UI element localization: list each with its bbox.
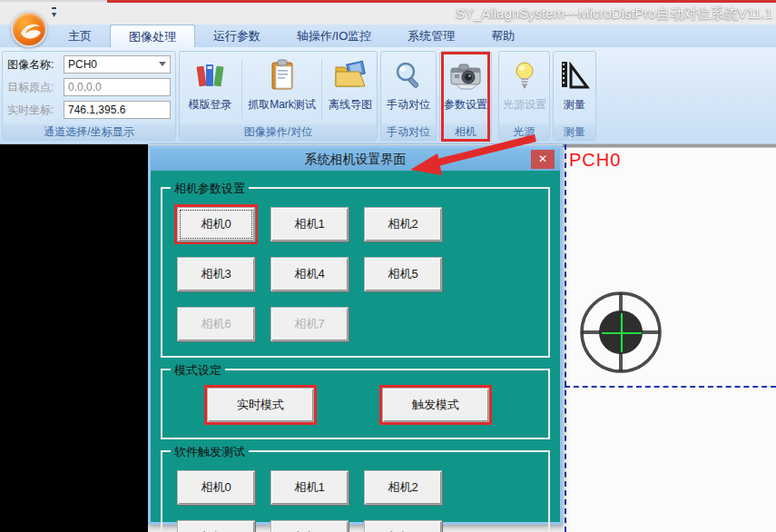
trigger-mode-button[interactable]: 触发模式 xyxy=(382,388,489,422)
param-camera4-button[interactable]: 相机4 xyxy=(270,257,349,291)
param-camera7-button: 相机7 xyxy=(270,307,349,341)
manual-align-label: 手动对位 xyxy=(387,97,430,113)
group-manual-align: 手动对位 手动对位 xyxy=(380,51,437,141)
ruler-triangle-icon xyxy=(558,55,591,95)
viewport-dashed-hline xyxy=(565,386,776,388)
logo-swirl-icon xyxy=(16,16,45,45)
ribbon-separator xyxy=(241,59,242,119)
group-label-channel: 通道选择/坐标显示 xyxy=(3,124,175,140)
window-title: SY_AliagnSystem---MicroDistPro自动对位系统V11.… xyxy=(456,5,772,23)
trigger-camera3-button[interactable]: 相机3 xyxy=(177,520,255,532)
light-bulb-icon xyxy=(511,55,538,95)
realtime-coord-field[interactable]: 746.1,395.6 xyxy=(64,101,171,119)
ribbon: 图像名称: PCH0 目标原点: 0.0,0.0 实时坐标: 746.1,395… xyxy=(0,47,776,144)
realtime-coord-row: 实时坐标: 746.1,395.6 xyxy=(7,100,171,120)
grab-mark-test-label: 抓取Mark测试 xyxy=(248,97,316,113)
realtime-mode-button[interactable]: 实时模式 xyxy=(207,388,314,422)
measure-button[interactable]: 测量 xyxy=(547,55,602,124)
param-setting-label: 参数设置 xyxy=(444,97,487,113)
dialog-body: 相机参数设置 相机0 相机1 相机2 相机3 相机4 相机5 相机6 相机7 模… xyxy=(151,171,560,532)
param-camera3-button[interactable]: 相机3 xyxy=(177,257,255,291)
tab-home[interactable]: 主页 xyxy=(50,25,110,47)
light-setting-button[interactable]: 光源设置 xyxy=(496,55,554,124)
param-camera6-button: 相机6 xyxy=(177,307,255,341)
image-name-label: 图像名称: xyxy=(7,57,64,73)
trigger-camera0-button[interactable]: 相机0 xyxy=(177,470,255,505)
param-camera5-button[interactable]: 相机5 xyxy=(364,257,442,291)
manual-align-button[interactable]: 手动对位 xyxy=(381,55,436,124)
group-label-image-ops: 图像操作/对位 xyxy=(180,124,377,140)
group-label-manual-align: 手动对位 xyxy=(381,124,436,140)
camera0-selected-highlight: 相机0 xyxy=(174,204,258,244)
realtime-coord-value: 746.1,395.6 xyxy=(68,103,125,116)
tab-image-processing[interactable]: 图像处理 xyxy=(110,25,195,47)
realtime-mode-highlight: 实时模式 xyxy=(204,385,317,425)
combo-dropdown-icon[interactable] xyxy=(159,62,166,66)
trigger-camera1-button[interactable]: 相机1 xyxy=(270,470,349,505)
group-label-camera: 相机 xyxy=(440,124,491,140)
viewport-dashed-vline xyxy=(565,144,566,532)
template-login-button[interactable]: 模版登录 xyxy=(180,55,241,124)
camera-viewport[interactable]: PCH0 xyxy=(563,144,776,532)
param-camera0-button[interactable]: 相机0 xyxy=(177,207,255,241)
image-name-value: PCH0 xyxy=(68,58,97,71)
soft-trigger-group-label: 软件触发测试 xyxy=(171,444,249,460)
viewport-channel-label: PCH0 xyxy=(569,150,621,171)
offline-map-button[interactable]: 离线导图 xyxy=(323,55,378,124)
titlebar-gray-line xyxy=(0,0,107,2)
param-setting-button[interactable]: 参数设置 xyxy=(436,55,496,124)
trigger-camera5-button[interactable]: 相机5 xyxy=(364,520,442,532)
target-origin-label: 目标原点: xyxy=(7,80,64,95)
param-camera2-button[interactable]: 相机2 xyxy=(364,207,442,241)
target-origin-value: 0.0,0.0 xyxy=(68,81,102,94)
app-logo[interactable] xyxy=(11,11,47,47)
viewport-top-strip xyxy=(563,144,776,148)
tab-run-params[interactable]: 运行参数 xyxy=(195,25,279,47)
trigger-camera4-button[interactable]: 相机4 xyxy=(270,520,349,532)
clipboard-icon xyxy=(267,55,298,95)
soft-trigger-group: 软件触发测试 相机0 相机1 相机2 相机3 相机4 相机5 相机6 相机7 xyxy=(161,450,550,532)
realtime-coord-label: 实时坐标: xyxy=(7,103,64,118)
tab-help[interactable]: 帮助 xyxy=(473,25,533,47)
image-name-row: 图像名称: PCH0 xyxy=(7,54,171,74)
param-camera1-button[interactable]: 相机1 xyxy=(270,207,349,241)
target-origin-field[interactable]: 0.0,0.0 xyxy=(64,78,171,96)
group-camera: 参数设置 相机 xyxy=(439,51,492,141)
menu-tab-bar: 主页 图像处理 运行参数 轴操作/IO监控 系统管理 帮助 xyxy=(0,25,776,47)
group-channel-select: 图像名称: PCH0 目标原点: 0.0,0.0 实时坐标: 746.1,395… xyxy=(2,51,176,141)
tab-system-manage[interactable]: 系统管理 xyxy=(389,25,473,47)
target-origin-row: 目标原点: 0.0,0.0 xyxy=(7,77,171,97)
fiducial-mark xyxy=(578,290,665,377)
camera-settings-dialog: 系统相机设置界面 ✕ 相机参数设置 相机0 相机1 相机2 相机3 相机4 相机… xyxy=(148,145,563,525)
ribbon-separator xyxy=(321,59,322,119)
camera-param-group: 相机参数设置 相机0 相机1 相机2 相机3 相机4 相机5 相机6 相机7 xyxy=(161,187,550,358)
trigger-mode-highlight: 触发模式 xyxy=(379,385,492,425)
magnifier-icon xyxy=(393,55,424,95)
camera-icon xyxy=(448,55,483,95)
measure-label: 测量 xyxy=(564,97,585,113)
light-setting-label: 光源设置 xyxy=(503,97,546,113)
close-button[interactable]: ✕ xyxy=(531,150,555,169)
dialog-title: 系统相机设置界面 xyxy=(151,148,560,171)
template-login-label: 模版登录 xyxy=(189,97,232,113)
group-label-measure: 测量 xyxy=(554,124,595,140)
group-measure: 测量 测量 xyxy=(553,51,596,141)
tab-axis-io-monitor[interactable]: 轴操作/IO监控 xyxy=(279,25,389,47)
offline-map-label: 离线导图 xyxy=(329,97,372,113)
image-name-combo[interactable]: PCH0 xyxy=(64,55,171,74)
app-window: SY_AliagnSystem---MicroDistPro自动对位系统V11.… xyxy=(0,0,776,532)
quick-access-dropdown-icon[interactable]: ▾ xyxy=(52,7,56,19)
dialog-titlebar[interactable]: 系统相机设置界面 ✕ xyxy=(151,148,560,171)
titlebar-red-line xyxy=(107,0,776,3)
group-image-ops: 模版登录 抓取Mark测试 xyxy=(179,51,378,141)
mode-group: 模式设定 实时模式 触发模式 xyxy=(161,369,550,439)
group-label-light: 光源 xyxy=(499,124,549,140)
image-display-area[interactable] xyxy=(0,144,148,532)
camera-param-group-label: 相机参数设置 xyxy=(171,181,249,197)
trigger-camera2-button[interactable]: 相机2 xyxy=(364,470,442,505)
folder-map-icon xyxy=(333,55,368,95)
grab-mark-test-button[interactable]: 抓取Mark测试 xyxy=(243,55,320,124)
group-light: 光源设置 光源 xyxy=(498,51,550,141)
books-icon xyxy=(194,55,227,95)
window-titlebar: SY_AliagnSystem---MicroDistPro自动对位系统V11.… xyxy=(0,0,776,25)
